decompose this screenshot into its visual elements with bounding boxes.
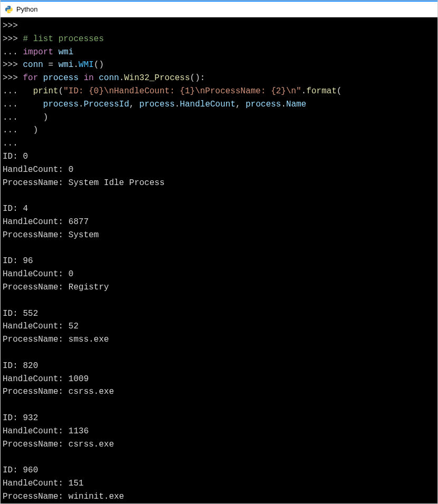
out-handle-label: HandleCount: — [3, 165, 63, 175]
arg3-obj: process — [246, 100, 281, 109]
parens: () — [94, 60, 104, 70]
out-handle: 151 — [69, 479, 84, 488]
arg2-obj: process — [139, 100, 174, 109]
paren-close: ) — [33, 125, 38, 135]
kw-in: in — [84, 73, 94, 83]
arg1-attr: ProcessId — [84, 100, 129, 109]
dot: . — [119, 73, 124, 83]
code-comment: # list processes — [23, 34, 104, 44]
out-name-label: ProcessName: — [3, 492, 63, 501]
comma: , — [236, 100, 241, 109]
out-id-label: ID: — [3, 256, 18, 266]
prompt-primary: >>> — [3, 60, 18, 70]
out-name: csrss.exe — [69, 440, 114, 449]
out-name-label: ProcessName: — [3, 230, 63, 240]
out-handle: 0 — [69, 269, 74, 279]
paren-open: ( — [59, 86, 64, 96]
mod-wmi: wmi — [59, 47, 74, 57]
window-title: Python — [16, 5, 37, 13]
out-handle-label: HandleCount: — [3, 479, 63, 488]
out-id-label: ID: — [3, 152, 18, 161]
out-name: Registry — [69, 283, 109, 292]
out-id: 96 — [23, 256, 33, 266]
prompt-cont: ... — [3, 139, 18, 148]
prompt-cont: ... — [3, 47, 18, 57]
out-handle: 6877 — [69, 217, 89, 227]
fmt-string: "ID: {0}\nHandleCount: {1}\nProcessName:… — [63, 86, 301, 96]
method-format: format — [306, 86, 337, 96]
mod-wmi: wmi — [59, 60, 74, 70]
out-name: System — [69, 230, 99, 240]
prompt-cont: ... — [3, 113, 18, 122]
dot: . — [281, 100, 286, 109]
prompt-primary: >>> — [3, 73, 18, 83]
dot: . — [175, 100, 180, 109]
title-bar[interactable]: Python — [1, 1, 437, 17]
out-id: 932 — [23, 413, 38, 423]
dot: . — [73, 60, 79, 70]
op-eq: = — [48, 60, 53, 70]
dot: . — [301, 86, 307, 96]
out-name-label: ProcessName: — [3, 335, 63, 344]
kw-for: for — [23, 73, 38, 83]
out-handle: 0 — [69, 165, 74, 175]
prompt-cont: ... — [3, 100, 18, 109]
out-id-label: ID: — [3, 309, 18, 318]
out-handle-label: HandleCount: — [3, 322, 63, 331]
prompt-cont: ... — [3, 125, 18, 135]
comma: , — [129, 100, 134, 109]
paren-close: ) — [43, 113, 48, 122]
out-name-label: ProcessName: — [3, 283, 63, 292]
out-handle: 1009 — [69, 374, 89, 384]
paren-open: ( — [337, 86, 342, 96]
out-handle: 52 — [69, 322, 79, 331]
out-name-label: ProcessName: — [3, 440, 63, 449]
python-icon — [5, 5, 13, 14]
prompt-cont: ... — [3, 86, 18, 96]
out-id: 960 — [23, 466, 38, 475]
out-handle-label: HandleCount: — [3, 427, 63, 436]
kw-import: import — [23, 47, 53, 57]
out-id-label: ID: — [3, 204, 18, 214]
out-handle-label: HandleCount: — [3, 269, 63, 279]
out-name-label: ProcessName: — [3, 178, 63, 188]
prompt-primary: >>> — [3, 21, 18, 31]
out-id-label: ID: — [3, 361, 18, 371]
out-handle: 1136 — [69, 427, 89, 436]
var-conn: conn — [23, 60, 43, 70]
terminal[interactable]: >>> >>> # list processes ... import wmi … — [1, 17, 437, 503]
out-handle-label: HandleCount: — [3, 374, 63, 384]
arg2-attr: HandleCount — [180, 100, 236, 109]
out-id: 4 — [23, 204, 28, 214]
parens-colon: (): — [190, 73, 205, 83]
arg3-attr: Name — [286, 100, 306, 109]
fn-print: print — [33, 86, 59, 96]
out-id: 820 — [23, 361, 38, 371]
dot: . — [79, 100, 84, 109]
app-window: Python >>> >>> # list processes ... impo… — [1, 1, 437, 503]
prompt-primary: >>> — [3, 34, 18, 44]
arg1-obj: process — [43, 100, 79, 109]
out-name: wininit.exe — [69, 492, 124, 501]
out-id-label: ID: — [3, 466, 18, 475]
out-id-label: ID: — [3, 413, 18, 423]
out-id: 552 — [23, 309, 38, 318]
var-process: process — [43, 73, 79, 83]
out-name-label: ProcessName: — [3, 387, 63, 396]
out-handle-label: HandleCount: — [3, 217, 63, 227]
out-id: 0 — [23, 152, 28, 161]
cls-wmi: WMI — [79, 60, 94, 70]
obj-conn: conn — [99, 73, 119, 83]
out-name: smss.exe — [69, 335, 109, 344]
out-name: System Idle Process — [69, 178, 164, 188]
out-name: csrss.exe — [69, 387, 114, 396]
method-win32: Win32_Process — [124, 73, 190, 83]
